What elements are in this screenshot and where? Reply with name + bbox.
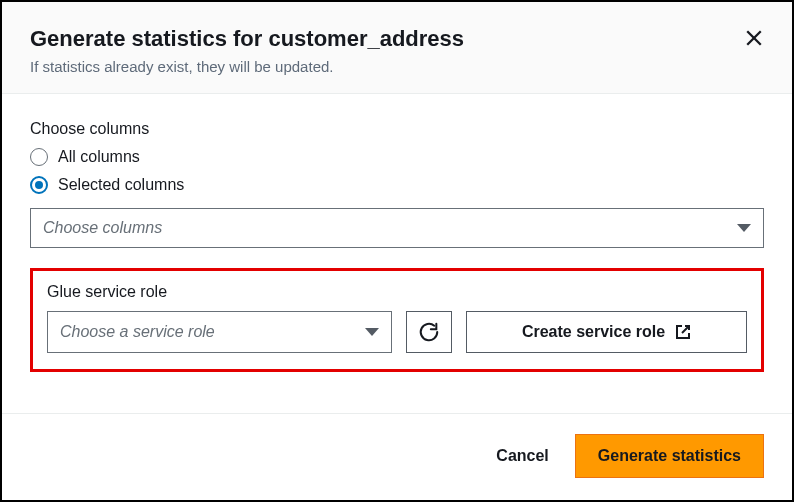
radio-icon <box>30 148 48 166</box>
choose-columns-label: Choose columns <box>30 120 764 138</box>
glue-role-label: Glue service role <box>47 283 747 301</box>
close-button[interactable] <box>740 24 768 52</box>
create-service-role-button[interactable]: Create service role <box>466 311 747 353</box>
dropdown-placeholder: Choose a service role <box>60 323 215 341</box>
chevron-down-icon <box>737 224 751 232</box>
generate-statistics-button[interactable]: Generate statistics <box>575 434 764 478</box>
radio-label-selected: Selected columns <box>58 176 184 194</box>
modal-subtitle: If statistics already exist, they will b… <box>30 58 764 75</box>
modal-title: Generate statistics for customer_address <box>30 26 764 52</box>
external-link-icon <box>675 324 691 340</box>
glue-role-highlight: Glue service role Choose a service role … <box>30 268 764 372</box>
close-icon <box>745 29 763 47</box>
service-role-dropdown[interactable]: Choose a service role <box>47 311 392 353</box>
radio-selected-columns[interactable]: Selected columns <box>30 176 764 194</box>
refresh-button[interactable] <box>406 311 452 353</box>
refresh-icon <box>418 321 440 343</box>
modal-footer: Cancel Generate statistics <box>2 413 792 500</box>
radio-icon <box>30 176 48 194</box>
create-service-role-label: Create service role <box>522 323 665 341</box>
chevron-down-icon <box>365 328 379 336</box>
radio-label-all: All columns <box>58 148 140 166</box>
radio-all-columns[interactable]: All columns <box>30 148 764 166</box>
generate-statistics-modal: Generate statistics for customer_address… <box>0 0 794 502</box>
glue-role-row: Choose a service role Create service rol… <box>47 311 747 353</box>
modal-header: Generate statistics for customer_address… <box>2 2 792 94</box>
modal-body: Choose columns All columns Selected colu… <box>2 94 792 413</box>
svg-line-2 <box>682 326 689 333</box>
dropdown-placeholder: Choose columns <box>43 219 162 237</box>
choose-columns-dropdown[interactable]: Choose columns <box>30 208 764 248</box>
cancel-button[interactable]: Cancel <box>488 437 556 475</box>
columns-radio-group: All columns Selected columns <box>30 148 764 194</box>
